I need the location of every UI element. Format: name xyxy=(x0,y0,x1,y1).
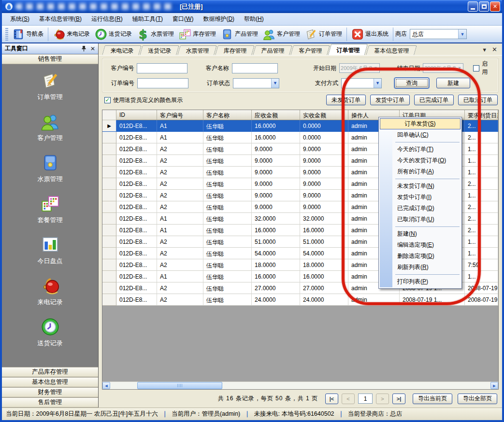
row-selector-cell[interactable] xyxy=(102,190,116,201)
order-no-input[interactable] xyxy=(137,78,188,88)
toolbar-item[interactable]: 产品管理 xyxy=(218,27,260,42)
context-menu-item[interactable]: 回单确认(C) xyxy=(380,129,461,141)
page-number-input[interactable] xyxy=(358,394,373,404)
toolbar-item[interactable]: 来电记录 xyxy=(50,27,92,42)
tab-水票管理[interactable]: 水票管理 xyxy=(177,45,217,55)
sidebar-group-基本信息管理[interactable]: 基本信息管理 xyxy=(2,377,98,387)
context-menu-item[interactable]: 编辑选定项(E) xyxy=(380,239,461,251)
context-menu-item[interactable]: 删除选定项(D) xyxy=(380,251,461,262)
pin-icon[interactable] xyxy=(81,45,86,52)
toolbar-item[interactable]: 订单管理 xyxy=(302,27,345,42)
tab-list-dropdown-icon[interactable]: ▼ xyxy=(482,47,487,53)
row-selector-cell[interactable] xyxy=(102,259,116,271)
tab-close-icon[interactable]: ✕ xyxy=(492,46,497,53)
new-button[interactable]: 新建 xyxy=(436,78,470,88)
sidebar-item-今日盘点[interactable]: 今日盘点 xyxy=(2,235,98,266)
context-menu-item[interactable]: 发货中订单(I) xyxy=(380,192,461,203)
scroll-right-icon[interactable]: ► xyxy=(490,382,498,389)
row-selector-cell[interactable] xyxy=(102,236,116,248)
context-menu-item[interactable]: 订单发货(S) xyxy=(380,118,461,129)
pay-method-select[interactable]: ▼ xyxy=(341,78,382,88)
context-menu-item[interactable]: 所有的订单(A) xyxy=(380,166,461,177)
tab-送货记录[interactable]: 送货记录 xyxy=(140,45,179,55)
scroll-left-icon[interactable]: ◄ xyxy=(102,382,110,389)
export-all-pages-button[interactable]: 导出全部页 xyxy=(458,394,497,404)
table-row[interactable]: 012D-E8...A2伍华聪24.000024.0000admin2008-0… xyxy=(102,294,498,306)
last-page-button[interactable]: >| xyxy=(392,394,405,404)
maximize-button[interactable] xyxy=(479,1,489,12)
context-menu-item[interactable]: 已完成订单(D) xyxy=(380,203,461,214)
toolbar-item-nav[interactable]: 导航条 xyxy=(10,27,46,42)
first-page-button[interactable]: |< xyxy=(325,394,338,404)
sidebar-group-财务管理[interactable]: 财务管理 xyxy=(2,387,98,397)
scrollbar-thumb[interactable] xyxy=(137,382,222,389)
row-selector-cell[interactable] xyxy=(102,155,116,167)
sidebar-item-套餐管理[interactable]: 套餐管理 xyxy=(2,194,98,225)
customer-no-input[interactable] xyxy=(137,63,187,73)
row-selector-cell[interactable] xyxy=(102,143,116,155)
toolbar-item-exit[interactable]: 退出系统 xyxy=(349,27,391,42)
order-status-filter-button[interactable]: 发货中订单 xyxy=(370,95,410,105)
row-selector-cell[interactable] xyxy=(102,294,116,306)
column-header-客户编号[interactable]: 客户编号 xyxy=(157,110,203,120)
sidebar-item-来电记录[interactable]: 来电记录 xyxy=(2,276,98,307)
context-menu-item[interactable]: 今天的发货订单(O) xyxy=(380,155,461,166)
toolbar-item[interactable]: $水票管理 xyxy=(134,27,176,42)
order-status-filter-button[interactable]: 已完成订单 xyxy=(414,95,454,105)
menubar-item[interactable]: 数据维护(D) xyxy=(199,13,239,25)
toolbar-item[interactable]: 送货记录 xyxy=(92,27,134,42)
menubar-item[interactable]: 系统(S) xyxy=(6,13,34,25)
prev-page-button[interactable]: < xyxy=(342,394,355,404)
next-page-button[interactable]: > xyxy=(376,394,389,404)
row-selector-cell[interactable] xyxy=(102,271,116,282)
horizontal-scrollbar[interactable]: ◄ ► xyxy=(102,381,498,389)
menubar-item[interactable]: 基本信息管理(B) xyxy=(35,13,86,25)
tab-来电记录[interactable]: 来电记录 xyxy=(102,45,142,55)
sidebar-group-sales[interactable]: 销售管理 xyxy=(2,54,98,64)
context-menu-item[interactable]: 新建(N) xyxy=(380,228,461,239)
color-display-checkbox[interactable]: ✓ xyxy=(104,97,111,103)
minimize-button[interactable] xyxy=(468,1,478,12)
menubar-item[interactable]: 帮助(H) xyxy=(240,13,268,25)
sidebar-group-售后管理[interactable]: 售后管理 xyxy=(2,397,98,408)
context-menu-item[interactable]: 今天的订单(T) xyxy=(380,144,461,155)
tab-基本信息管理[interactable]: 基本信息管理 xyxy=(366,45,417,55)
context-menu-item[interactable]: 刷新列表(R) xyxy=(380,262,461,273)
row-selector-cell[interactable] xyxy=(102,282,116,294)
row-selector-cell[interactable]: ▶ xyxy=(102,120,116,132)
context-menu-item[interactable]: 打印列表(P) xyxy=(380,276,461,287)
tool-window-close-icon[interactable]: ✕ xyxy=(90,45,95,52)
shop-select[interactable]: 总店▼ xyxy=(410,29,467,39)
row-selector-cell[interactable] xyxy=(102,248,116,259)
end-date-picker[interactable]: 2009年 6月 8日 ▼ xyxy=(423,63,463,73)
row-selector-cell[interactable] xyxy=(102,225,116,236)
export-current-page-button[interactable]: 导出当前页 xyxy=(413,394,452,404)
row-selector-cell[interactable] xyxy=(102,213,116,225)
context-menu-item[interactable]: 已取消订单(U) xyxy=(380,214,461,225)
order-status-filter-button[interactable]: 已取消订单 xyxy=(458,95,498,105)
tab-订单管理[interactable]: 订单管理 xyxy=(328,44,368,55)
column-header-应收金额[interactable]: 应收金额 xyxy=(252,110,300,120)
column-header-要求到货日期[interactable]: 要求到货日期 xyxy=(465,110,498,120)
sidebar-item-水票管理[interactable]: 水票管理 xyxy=(2,153,98,183)
sidebar-item-送货记录[interactable]: 送货记录 xyxy=(2,317,98,348)
tab-产品管理[interactable]: 产品管理 xyxy=(253,45,292,55)
menubar-item[interactable]: 辅助工具(T) xyxy=(128,13,167,25)
column-header-ID[interactable]: ID xyxy=(116,110,157,120)
sidebar-item-订单管理[interactable]: 订单管理 xyxy=(2,71,98,101)
menubar-item[interactable]: 运行信息(R) xyxy=(87,13,127,25)
column-header-实收金额[interactable]: 实收金额 xyxy=(300,110,348,120)
row-selector-cell[interactable] xyxy=(102,132,116,143)
sidebar-item-客户管理[interactable]: 客户管理 xyxy=(2,112,98,142)
enable-checkbox[interactable] xyxy=(473,65,479,71)
tab-客户管理[interactable]: 客户管理 xyxy=(290,45,330,55)
column-header-客户名称[interactable]: 客户名称 xyxy=(203,110,252,120)
row-selector-cell[interactable] xyxy=(102,201,116,213)
toolbar-item[interactable]: 客户管理 xyxy=(260,27,302,42)
sidebar-group-产品库存管理[interactable]: 产品库存管理 xyxy=(2,367,98,377)
order-status-select[interactable]: ▼ xyxy=(233,78,279,88)
menubar-item[interactable]: 窗口(W) xyxy=(168,13,198,25)
toolbar-item[interactable]: 库存管理 xyxy=(176,27,218,42)
close-button[interactable]: ✕ xyxy=(490,1,500,12)
query-button[interactable]: 查询 xyxy=(394,78,429,88)
